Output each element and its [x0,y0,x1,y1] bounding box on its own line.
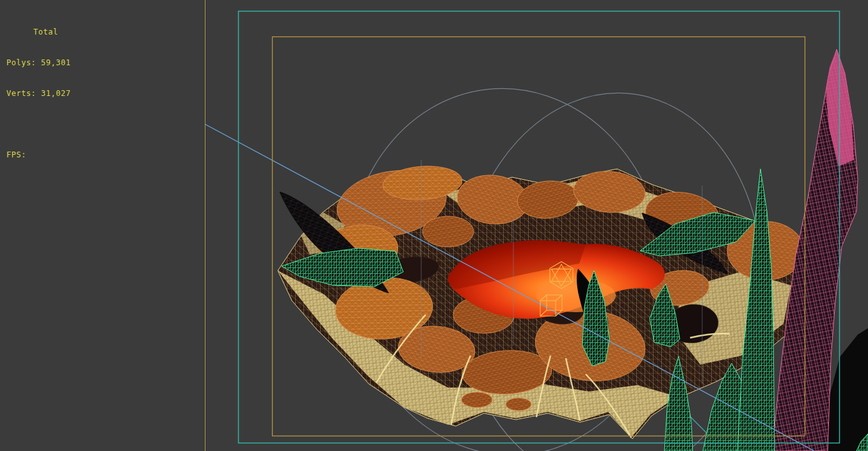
stats-polys-label: Polys: [6,58,36,67]
stats-verts-label: Verts: [6,89,36,98]
scene-render [0,0,868,451]
viewport-3d[interactable]: Total Polys: 59,301 Verts: 31,027 FPS: [0,0,868,451]
stats-polys-row: Polys: 59,301 [6,58,70,68]
stats-fps-label: FPS: [6,150,70,160]
stats-verts-value: 31,027 [41,89,70,98]
stats-polys-value: 59,301 [41,58,70,67]
viewport-statistics: Total Polys: 59,301 Verts: 31,027 FPS: [6,6,70,180]
stats-verts-row: Verts: 31,027 [6,88,70,99]
stats-total-label: Total [6,27,70,37]
